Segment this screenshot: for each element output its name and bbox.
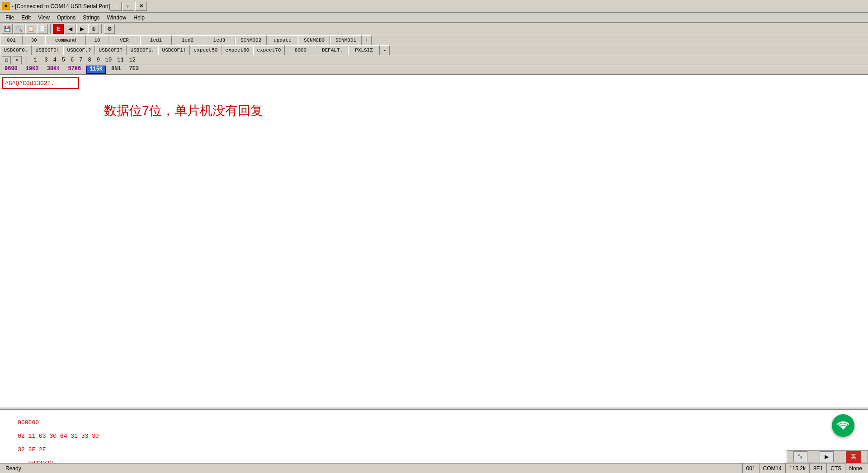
tray-btn-lang[interactable]: 英 xyxy=(846,451,861,463)
baud-8n1[interactable]: 8N1 xyxy=(108,66,124,74)
tb-settings-button[interactable]: ⚙ xyxy=(104,24,115,34)
quick-buttons-row1: 001 30 command 10 VER led1 led2 led3 SCN… xyxy=(0,35,868,45)
close-button[interactable]: ✕ xyxy=(135,2,147,11)
qb-SCNMOD1[interactable]: SCNMOD1 xyxy=(330,35,362,45)
menu-help[interactable]: Help xyxy=(130,14,148,22)
minimize-button[interactable]: – xyxy=(110,2,122,11)
wifi-button[interactable] xyxy=(832,414,854,437)
tb-extra-button[interactable]: ⊕ xyxy=(88,24,99,34)
menu-file[interactable]: File xyxy=(2,14,18,22)
qb-SCNMOD0[interactable]: SCNMOD0 xyxy=(298,35,330,45)
num-7[interactable]: 7 xyxy=(77,57,84,63)
close-icon[interactable]: ✕ xyxy=(13,56,22,64)
status-ready: Ready xyxy=(2,464,743,473)
qb-expect70[interactable]: expect70 xyxy=(253,45,285,55)
qb-update[interactable]: update xyxy=(267,35,298,45)
num-9[interactable]: 9 xyxy=(95,57,102,63)
tb-copy-button[interactable]: 📋 xyxy=(25,24,36,34)
tb-prev-button[interactable]: ◀ xyxy=(65,24,75,34)
baud-57k6[interactable]: 57K6 xyxy=(65,66,84,74)
status-line-num: 001 xyxy=(746,465,755,472)
status-cts-text: CTS xyxy=(830,465,841,472)
status-bar: Ready 001 COM14 115.2k 8E1 CTS None xyxy=(0,463,868,473)
tray-btn-2[interactable]: ▶ xyxy=(820,451,834,462)
num-1[interactable]: 1 xyxy=(32,57,39,63)
qb-led2[interactable]: led2 xyxy=(172,35,203,45)
qb-USBCOFdotq[interactable]: USBCOF.? xyxy=(63,45,95,55)
num-11[interactable]: 11 xyxy=(115,57,125,63)
num-5[interactable]: 5 xyxy=(60,57,67,63)
tray-btn-1[interactable]: °₀ xyxy=(793,451,808,462)
hex-bytes1: 02 11 03 30 64 31 33 30 xyxy=(18,433,99,440)
qb-DEFALT[interactable]: DEFALT. xyxy=(316,45,348,55)
command-input[interactable] xyxy=(2,77,79,89)
status-baud: 115.2k xyxy=(786,464,810,473)
hex-display-area: 000000 02 11 03 30 64 31 33 30 32 3F 2E … xyxy=(0,409,868,463)
qb-001[interactable]: 001 xyxy=(0,35,23,45)
qb-led1[interactable]: led1 xyxy=(140,35,172,45)
qb-10[interactable]: 10 xyxy=(86,35,108,45)
status-format: 8E1 xyxy=(810,464,827,473)
tb-hex-button[interactable]: E xyxy=(53,24,64,34)
quick-buttons-row2: USBCOF0. USBCOF0! USBCOF.? USBCOFI? USBC… xyxy=(0,45,868,55)
system-tray: °₀ ▶ 英 xyxy=(787,450,868,463)
status-cts: CTS xyxy=(827,464,845,473)
tb-next-button[interactable]: ▶ xyxy=(76,24,87,34)
status-port-text: COM14 xyxy=(763,465,782,472)
menu-options[interactable]: Options xyxy=(53,14,79,22)
qb-USBCOFIq[interactable]: USBCOFI? xyxy=(95,45,127,55)
status-none: None xyxy=(845,464,866,473)
toolbar: 💾 🔍 📋 📑 E ◀ ▶ ⊕ ⚙ xyxy=(0,23,868,35)
baud-7e2[interactable]: 7E2 xyxy=(127,66,142,74)
main-content-area: 数据位7位，单片机没有回复 xyxy=(0,75,868,407)
num-8[interactable]: 8 xyxy=(86,57,93,63)
num-4[interactable]: 4 xyxy=(52,57,58,63)
qb-USBCOF0dot[interactable]: USBCOF0. xyxy=(0,45,32,55)
baud-115k[interactable]: 115K xyxy=(86,66,106,74)
hex-spacer xyxy=(18,426,32,433)
qb-USBCOF1bang[interactable]: USBCOF1! xyxy=(158,45,190,55)
qb-expect50[interactable]: expect50 xyxy=(190,45,222,55)
qb-expect60[interactable]: expect60 xyxy=(222,45,253,55)
num-3[interactable]: 3 xyxy=(42,57,49,63)
qb-minus[interactable]: - xyxy=(380,45,390,55)
num-10[interactable]: 10 xyxy=(104,57,113,63)
qb-VER[interactable]: VER xyxy=(108,35,140,45)
status-line: 001 xyxy=(743,464,760,473)
toolbar-separator xyxy=(50,24,51,33)
qb-USBCOF1dot[interactable]: USBCOF1. xyxy=(127,45,158,55)
menu-strings[interactable]: Strings xyxy=(79,14,103,22)
num-6[interactable]: 6 xyxy=(69,57,75,63)
menu-bar: File Edit View Options Strings Window He… xyxy=(0,13,868,23)
menu-view[interactable]: View xyxy=(34,14,53,22)
qb-SCNMOD2[interactable]: SCNMOD2 xyxy=(235,35,267,45)
baud-19k2[interactable]: 19K2 xyxy=(23,66,42,74)
qb-USBCOF0bang[interactable]: USBCOF0! xyxy=(32,45,63,55)
menu-window[interactable]: Window xyxy=(104,14,130,22)
number-row: 🖨 ✕ | 1 3 4 5 6 7 8 9 10 11 12 xyxy=(0,55,868,65)
menu-edit[interactable]: Edit xyxy=(18,14,34,22)
print-icon[interactable]: 🖨 xyxy=(2,56,11,64)
hex-spacer2 xyxy=(18,440,32,446)
status-baud-text: 115.2k xyxy=(789,465,806,472)
qb-led3[interactable]: led3 xyxy=(203,35,235,45)
toolbar-separator2 xyxy=(101,24,102,33)
app-icon: ■ xyxy=(2,2,10,10)
qb-command[interactable]: command xyxy=(45,35,86,45)
hex-address: 000000 xyxy=(18,419,39,426)
status-text: Ready xyxy=(5,465,21,472)
title-bar: ■ - [Connected to COM14 USB Serial Port]… xyxy=(0,0,868,13)
num-12[interactable]: 12 xyxy=(127,57,137,63)
maximize-button[interactable]: □ xyxy=(123,2,134,11)
status-format-text: 8E1 xyxy=(813,465,823,472)
qb-PXLSIZ[interactable]: PXLSIZ xyxy=(348,45,380,55)
tb-find-button[interactable]: 🔍 xyxy=(14,24,24,34)
baud-9600[interactable]: 9600 xyxy=(2,66,20,74)
wifi-icon xyxy=(837,419,849,432)
qb-30[interactable]: 30 xyxy=(23,35,45,45)
tb-save-button[interactable]: 💾 xyxy=(2,24,13,34)
tb-paste-button[interactable]: 📑 xyxy=(37,24,48,34)
qb-plus[interactable]: + xyxy=(362,35,372,45)
baud-38k4[interactable]: 38K4 xyxy=(44,66,63,74)
qb-8000[interactable]: 8000 xyxy=(285,45,316,55)
